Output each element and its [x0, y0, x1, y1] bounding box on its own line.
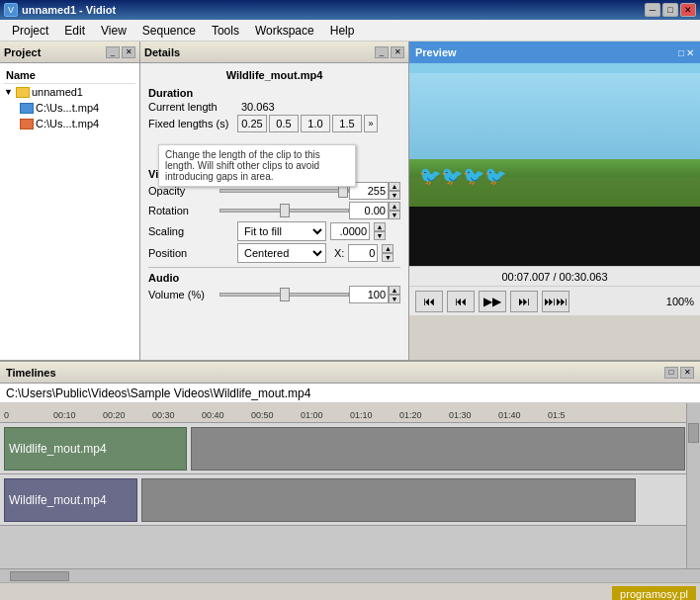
opacity-up[interactable]: ▲ — [389, 182, 400, 191]
volume-slider[interactable] — [219, 293, 349, 297]
menu-tools[interactable]: Tools — [204, 22, 247, 40]
opacity-slider-container — [219, 189, 349, 193]
details-content: Wildlife_mout.mp4 Duration Current lengt… — [140, 63, 408, 360]
menu-project[interactable]: Project — [4, 22, 56, 40]
menu-bar: Project Edit View Sequence Tools Workspa… — [0, 20, 700, 42]
details-panel-header: Details _ ✕ — [140, 42, 408, 63]
fixed-lengths-label: Fixed lengths (s) — [148, 118, 237, 129]
menu-sequence[interactable]: Sequence — [134, 22, 204, 40]
duration-section: Duration — [148, 87, 400, 99]
track-clip-2[interactable]: Wildlife_mout.mp4 — [4, 478, 137, 522]
preview-header: Preview □ ✕ — [409, 42, 700, 63]
details-panel-close[interactable]: ✕ — [391, 46, 404, 58]
menu-help[interactable]: Help — [322, 22, 363, 40]
scaling-down[interactable]: ▼ — [374, 231, 386, 240]
len-btn-more[interactable]: » — [364, 115, 378, 132]
preview-frame: 🐦🐦🐦🐦 — [409, 63, 700, 207]
position-controls: Centered Custom X: ▲ ▼ — [237, 243, 394, 263]
track-clip-1-green[interactable]: Wildlife_mout.mp4 — [4, 427, 187, 471]
rotation-down[interactable]: ▼ — [389, 211, 400, 219]
position-dropdown[interactable]: Centered Custom — [237, 243, 326, 263]
scaling-controls: Fit to fill Fit to None ▲ ▼ — [237, 221, 386, 241]
volume-up[interactable]: ▲ — [389, 286, 400, 295]
go-start-button[interactable]: ⏮ — [415, 291, 443, 312]
preview-panel: Preview □ ✕ 🐦🐦🐦🐦 00:07.007 / 00:30.063 ⏮… — [409, 42, 700, 360]
preview-title: Preview — [415, 46, 457, 58]
preview-close-button[interactable]: ✕ — [686, 47, 694, 58]
volume-down[interactable]: ▼ — [389, 295, 400, 303]
track-clip-2-label: Wildlife_mout.mp4 — [9, 493, 107, 507]
maximize-button[interactable]: □ — [662, 3, 678, 17]
position-row: Position Centered Custom X: ▲ ▼ — [148, 243, 400, 263]
volume-label: Volume (%) — [148, 289, 219, 300]
len-btn-05[interactable]: 0.5 — [269, 115, 299, 132]
preview-timecode: 00:07.007 / 00:30.063 — [409, 266, 700, 286]
scaling-input[interactable] — [330, 222, 370, 240]
position-x-up[interactable]: ▲ — [382, 244, 394, 253]
file-label-2: C:\Us...t.mp4 — [36, 118, 99, 129]
volume-slider-container — [219, 293, 349, 297]
ruler-mark-9: 01:30 — [449, 410, 498, 420]
ruler-mark-3: 00:30 — [152, 410, 202, 420]
preview-controls: ⏮ ⏮ ▶▶ ⏭ ⏭⏭ 100% — [409, 286, 700, 315]
rotation-up[interactable]: ▲ — [389, 202, 400, 211]
title-bar: V unnamed1 - Vidiot ─ □ ✕ — [0, 0, 700, 20]
project-content: Name ▼ unnamed1 C:\Us...t.mp4 C:\Us...t.… — [0, 63, 139, 360]
ruler-mark-0: 0 — [4, 410, 53, 420]
timelines-section: Timelines □ ✕ C:\Users\Public\Videos\Sam… — [0, 360, 700, 582]
project-panel: Project _ ✕ Name ▼ unnamed1 C:\Us...t.mp… — [0, 42, 140, 360]
scaling-dropdown[interactable]: Fit to fill Fit to None — [237, 221, 326, 241]
transport-controls: ⏮ ⏮ ▶▶ ⏭ ⏭⏭ — [415, 291, 569, 312]
timeline-scrollbar[interactable] — [686, 403, 700, 568]
prev-frame-button[interactable]: ⏮ — [447, 291, 475, 312]
tree-file-1[interactable]: C:\Us...t.mp4 — [20, 100, 135, 116]
position-x-input[interactable] — [348, 244, 378, 262]
rotation-slider-container — [219, 209, 349, 213]
ruler-mark-5: 00:50 — [251, 410, 301, 420]
audio-section: Audio — [148, 272, 400, 284]
next-frame-button[interactable]: ⏭ — [510, 291, 538, 312]
menu-workspace[interactable]: Workspace — [247, 22, 322, 40]
minimize-button[interactable]: ─ — [645, 3, 660, 17]
timelines-header: Timelines □ ✕ — [0, 362, 700, 384]
len-btn-15[interactable]: 1.5 — [332, 115, 362, 132]
volume-row: Volume (%) ▲ ▼ — [148, 286, 400, 303]
close-button[interactable]: ✕ — [680, 3, 696, 17]
preview-float-button[interactable]: □ — [678, 47, 684, 58]
tree-folder[interactable]: ▼ unnamed1 — [4, 84, 135, 100]
scaling-up[interactable]: ▲ — [374, 222, 386, 231]
opacity-slider[interactable] — [219, 189, 349, 193]
track-clip-1-gray — [191, 427, 685, 471]
track-clip-2-gray — [141, 478, 636, 522]
preview-video-top: 🐦🐦🐦🐦 — [409, 63, 700, 207]
rotation-input[interactable] — [349, 202, 389, 219]
go-end-button[interactable]: ⏭⏭ — [542, 291, 569, 312]
project-panel-minimize[interactable]: _ — [106, 46, 120, 58]
play-button[interactable]: ▶▶ — [479, 291, 506, 312]
len-btn-10[interactable]: 1.0 — [301, 115, 330, 132]
position-x-down[interactable]: ▼ — [382, 253, 394, 262]
details-filename: Wildlife_mout.mp4 — [148, 69, 400, 81]
timelines-title: Timelines — [6, 367, 56, 379]
rotation-row: Rotation ▲ ▼ — [148, 202, 400, 219]
ruler-mark-2: 00:20 — [103, 410, 152, 420]
timeline-hscrollbar[interactable] — [0, 568, 700, 582]
tree-file-2[interactable]: C:\Us...t.mp4 — [20, 116, 135, 131]
status-badge: programosy.pl — [612, 586, 696, 601]
timelines-close-button[interactable]: ✕ — [680, 367, 694, 379]
menu-edit[interactable]: Edit — [56, 22, 93, 40]
position-label: Position — [148, 247, 237, 259]
details-panel-minimize[interactable]: _ — [375, 46, 389, 58]
menu-view[interactable]: View — [93, 22, 134, 40]
len-btn-025[interactable]: 0.25 — [237, 115, 267, 132]
ruler-mark-11: 01:5 — [548, 410, 597, 420]
timelines-float-button[interactable]: □ — [664, 367, 678, 379]
opacity-down[interactable]: ▼ — [389, 191, 400, 200]
project-panel-close[interactable]: ✕ — [122, 46, 135, 58]
path-label: C:\Users\Public\Videos\Sample Videos\Wil… — [6, 386, 310, 400]
ruler-mark-1: 00:10 — [53, 410, 103, 420]
volume-input[interactable] — [349, 286, 389, 303]
details-panel-title: Details — [144, 46, 180, 58]
project-panel-header: Project _ ✕ — [0, 42, 139, 63]
rotation-slider[interactable] — [219, 209, 349, 213]
